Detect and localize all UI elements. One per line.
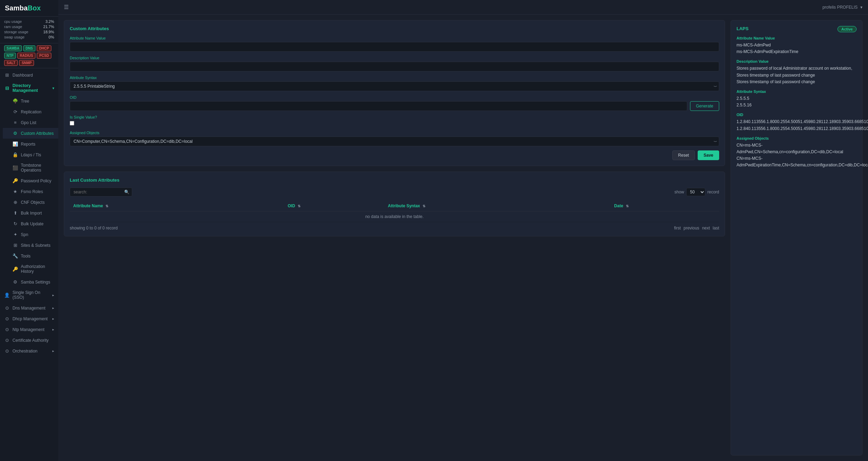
dns-chevron-icon: ▸	[52, 306, 54, 310]
attribute-name-label: Attribute Name Value	[70, 36, 719, 40]
service-badge: RADIUS	[17, 53, 35, 59]
pagination-previous[interactable]: previous	[683, 226, 699, 230]
th-oid[interactable]: OID ⇅	[284, 201, 384, 211]
th-attribute-name[interactable]: Attribute Name ⇅	[70, 201, 284, 211]
assigned-objects-group: Assigned Objects CN=Computer,CN=Schema,C…	[70, 131, 719, 146]
custom-attributes-card: Custom Attributes Attribute Name Value D…	[64, 20, 725, 166]
sidebar-item-certificate-authority[interactable]: ⊙ Certificate Authority	[0, 335, 58, 346]
oid-row: Generate	[70, 101, 719, 111]
sort-icon-date: ⇅	[626, 204, 629, 208]
dhcp-chevron-icon: ▸	[52, 317, 54, 321]
dns-icon: ⊙	[4, 305, 10, 311]
ntp-icon: ⊙	[4, 327, 10, 332]
orchestration-icon: ⊙	[4, 348, 10, 354]
active-badge: Active	[837, 26, 857, 32]
reset-button[interactable]: Reset	[672, 150, 695, 160]
sidebar-item-custom-attributes[interactable]: ⚙ Custom Attributes	[3, 128, 58, 139]
ldaps-icon: 🔒	[12, 152, 18, 157]
sidebar-item-ldaps-tls[interactable]: 🔒 Ldaps / Tls	[3, 149, 58, 160]
dashboard-icon: ⊞	[4, 72, 10, 78]
service-badge: DHCP	[37, 45, 51, 51]
user-chevron-icon[interactable]: ▾	[860, 5, 862, 10]
sidebar-item-sso[interactable]: 👤 Single Sign On (SSO) ▸	[0, 287, 58, 303]
sidebar-item-replication[interactable]: ⟳ Replication	[3, 106, 58, 117]
laps-syntax-value: 2.5.5.52.5.5.16	[737, 95, 857, 108]
pagination-next[interactable]: next	[702, 226, 710, 230]
tools-icon: 🔧	[12, 253, 18, 259]
tombstone-icon: ⬛	[12, 165, 18, 171]
sidebar-item-dns-management[interactable]: ⊙ Dns Management ▸	[0, 303, 58, 313]
sidebar-item-tombstone[interactable]: ⬛ Tombstone Operations	[3, 160, 58, 175]
stat-label: storage usage	[4, 30, 28, 34]
laps-description-value: Stores password of local Administrator a…	[737, 65, 857, 85]
sidebar-item-cnf-objects[interactable]: ⊕ CNF Objects	[3, 197, 58, 208]
sidebar-item-tools[interactable]: 🔧 Tools	[3, 251, 58, 261]
stat-value: 3.2%	[45, 19, 54, 24]
sort-icon-attr: ⇅	[105, 204, 108, 208]
table-footer: showing 0 to 0 of 0 record first previou…	[70, 226, 719, 230]
laps-oid-value: 1.2.840.113556.1.8000.2554.50051.45980.2…	[737, 119, 857, 132]
reports-icon: 📊	[12, 141, 18, 147]
sidebar-item-gpo-list[interactable]: ≡ Gpo List	[3, 117, 58, 128]
chevron-down-icon: ▾	[52, 86, 54, 90]
save-button[interactable]: Save	[698, 150, 719, 160]
sidebar-item-bulk-import[interactable]: ⬆ Bulk Import	[3, 208, 58, 218]
th-date-label: Date	[614, 203, 623, 208]
service-badge: NTP	[4, 53, 16, 59]
pagination-first[interactable]: first	[674, 226, 681, 230]
sidebar-item-auth-history[interactable]: 🔑 Authorization History	[3, 261, 58, 277]
spn-icon: ✦	[12, 232, 18, 237]
single-value-checkbox[interactable]	[70, 121, 74, 125]
attribute-syntax-select[interactable]: 2.5.5.5 PrintableString 2.5.5.16 LargeIn…	[70, 81, 719, 91]
show-select[interactable]: 50 25 100	[686, 188, 705, 196]
sidebar-item-bulk-update[interactable]: ↻ Bulk Update	[3, 218, 58, 229]
orchestration-chevron-icon: ▸	[52, 349, 54, 353]
sidebar-item-directory-management[interactable]: ⊟ Directory Management ▾	[0, 80, 58, 96]
settings-icon: ⚙	[12, 279, 18, 285]
oid-label: OID	[70, 95, 719, 99]
laps-description-label: Description Value	[737, 59, 857, 63]
attribute-name-input[interactable]	[70, 42, 719, 52]
th-attribute-name-label: Attribute Name	[73, 203, 103, 208]
service-badges: SAMBADNSDHCPNTPRADIUSPCSDSALTSNMP	[0, 43, 58, 68]
sidebar-item-fsmo-roles[interactable]: ★ Fsmo Roles	[3, 186, 58, 197]
th-attribute-syntax[interactable]: Attribute Syntax ⇅	[384, 201, 611, 211]
auth-icon: 🔑	[12, 267, 18, 272]
hamburger-icon[interactable]: ☰	[64, 4, 69, 10]
sidebar-item-orchestration[interactable]: ⊙ Orchestration ▸	[0, 346, 58, 356]
sidebar-item-samba-settings[interactable]: ⚙ Samba Settings	[3, 277, 58, 287]
custom-attributes-title: Custom Attributes	[70, 26, 719, 31]
sidebar-item-ntp-management[interactable]: ⊙ Ntp Management ▸	[0, 324, 58, 335]
password-icon: 🔑	[12, 178, 18, 183]
stat-row: storage usage18.9%	[4, 30, 54, 34]
service-badge: SNMP	[19, 60, 34, 66]
th-date[interactable]: Date ⇅	[611, 201, 719, 211]
oid-input[interactable]	[70, 101, 687, 111]
stat-row: ram usage21.7%	[4, 25, 54, 29]
fsmo-icon: ★	[12, 189, 18, 194]
assigned-objects-select[interactable]: CN=Computer,CN=Schema,CN=Configuration,D…	[70, 137, 719, 146]
sidebar: SambaBox cpu usage3.2%ram usage21.7%stor…	[0, 0, 58, 461]
sort-icon-oid: ⇅	[298, 204, 300, 208]
search-input[interactable]	[70, 188, 132, 197]
sidebar-item-spn[interactable]: ✦ Spn	[3, 229, 58, 240]
pagination-last[interactable]: last	[713, 226, 719, 230]
sidebar-item-reports[interactable]: 📊 Reports	[3, 139, 58, 149]
sidebar-item-tree[interactable]: 🌳 Tree	[3, 96, 58, 106]
replication-icon: ⟳	[12, 109, 18, 114]
description-input[interactable]	[70, 62, 719, 71]
sidebar-item-dhcp-management[interactable]: ⊙ Dhcp Management ▸	[0, 313, 58, 324]
sidebar-item-dashboard[interactable]: ⊞ Dashboard	[0, 70, 58, 80]
attribute-name-group: Attribute Name Value	[70, 36, 719, 52]
service-badge: PCSD	[37, 53, 51, 59]
main-content: ☰ profelis PROFELIS ▾ Custom Attributes …	[58, 0, 868, 461]
tree-icon: 🌳	[12, 98, 18, 104]
generate-button[interactable]: Generate	[690, 101, 719, 111]
stat-value: 18.9%	[43, 30, 54, 34]
service-badge: SAMBA	[4, 45, 22, 51]
sidebar-item-password-policy[interactable]: 🔑 Password Policy	[3, 175, 58, 186]
laps-attr-name-value: ms-MCS-AdmPwdms-MCS-AdmPwdExpirationTime	[737, 42, 857, 55]
attribute-syntax-select-wrapper: 2.5.5.5 PrintableString 2.5.5.16 LargeIn…	[70, 81, 719, 91]
sidebar-item-sites-subnets[interactable]: ⊞ Sites & Subnets	[3, 240, 58, 251]
data-table: Attribute Name ⇅ OID ⇅ Attribute Syntax …	[70, 201, 719, 222]
